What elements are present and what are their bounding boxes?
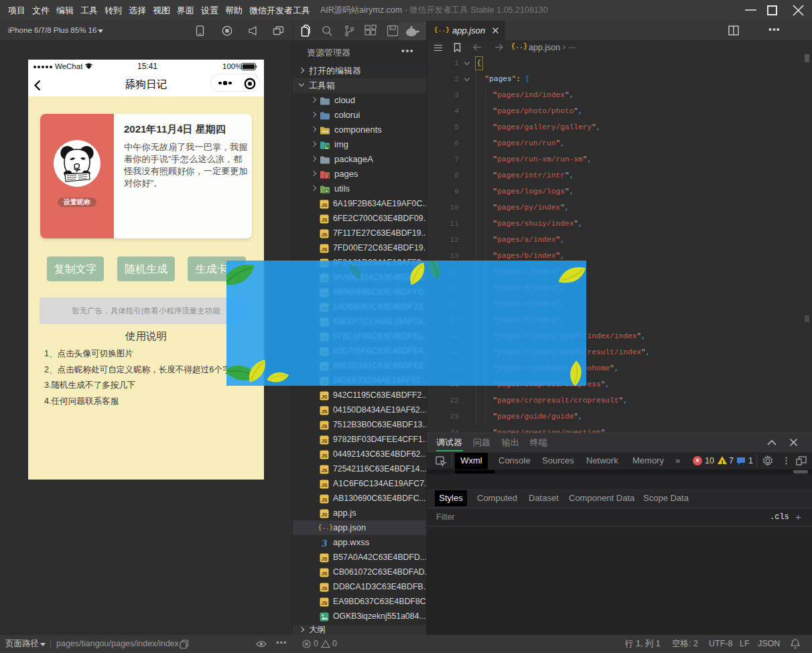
- svg-text:JS: JS: [321, 453, 327, 459]
- svg-text:JS: JS: [321, 556, 327, 562]
- svg-text:JS: JS: [321, 482, 327, 488]
- svg-text:JS: JS: [321, 438, 327, 444]
- svg-text:JS: JS: [321, 246, 327, 252]
- svg-text:JS: JS: [321, 217, 327, 223]
- svg-text:JS: JS: [321, 423, 327, 429]
- svg-text:JS: JS: [321, 600, 327, 606]
- svg-text:JS: JS: [321, 409, 327, 415]
- svg-text:JS: JS: [321, 497, 327, 503]
- svg-text:JS: JS: [321, 202, 327, 208]
- svg-text:3: 3: [322, 538, 328, 548]
- svg-text:JS: JS: [321, 467, 327, 474]
- svg-text:JS: JS: [321, 585, 327, 591]
- svg-text:JS: JS: [321, 394, 327, 400]
- svg-text:JS: JS: [321, 571, 327, 577]
- svg-text:JS: JS: [321, 232, 327, 238]
- svg-text:JS: JS: [321, 512, 327, 518]
